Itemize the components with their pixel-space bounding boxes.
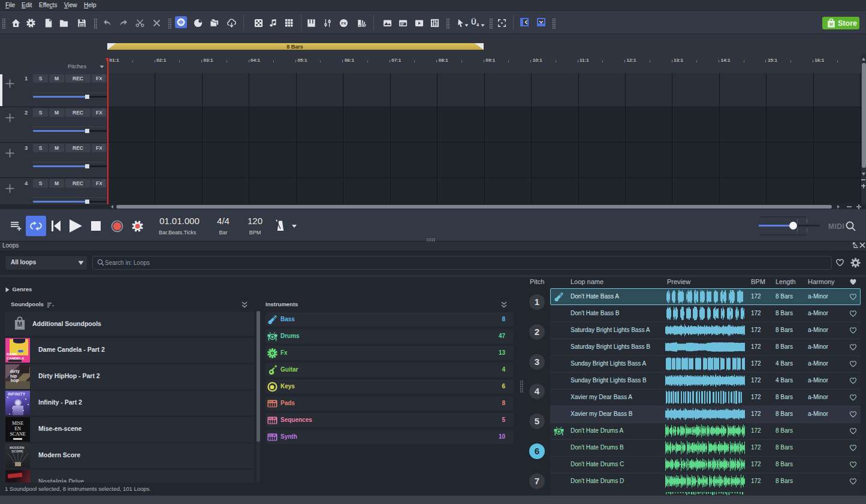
svg-text:M: M: [829, 22, 832, 26]
svg-text:M: M: [17, 321, 22, 328]
svg-text:FX: FX: [342, 21, 347, 25]
